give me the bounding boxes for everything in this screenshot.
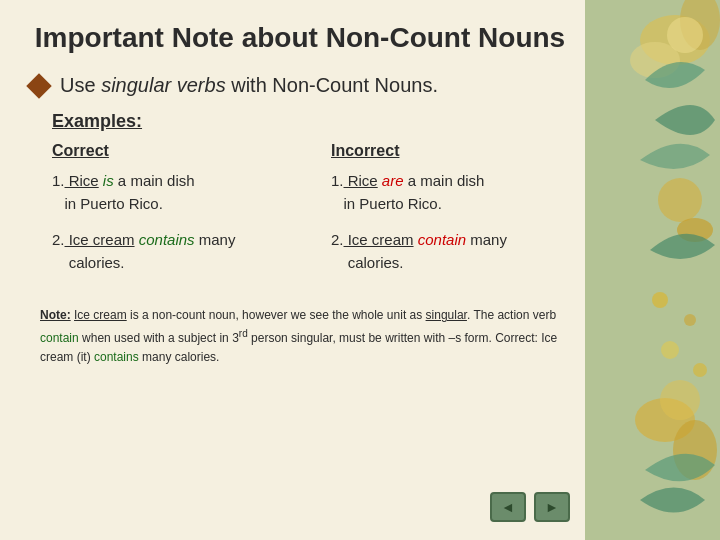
verb-contain: contain: [414, 231, 467, 248]
incorrect-header: Incorrect: [331, 142, 570, 160]
slide: Important Note about Non-Count Nouns Use…: [0, 0, 720, 540]
note-label: Note:: [40, 308, 71, 322]
subject-rice-2: Rice: [344, 172, 378, 189]
subject-icecream-1: Ice cream: [65, 231, 135, 248]
correct-item-2: 2. Ice cream contains many calories.: [52, 229, 291, 274]
svg-point-6: [658, 178, 702, 222]
item-number-inc-2: 2.: [331, 231, 344, 248]
note-section: Note: Ice cream is a non-count noun, how…: [40, 306, 570, 367]
subject-rice-1: Rice: [65, 172, 99, 189]
subject-icecream-2: Ice cream: [344, 231, 414, 248]
svg-point-12: [684, 314, 696, 326]
correct-header: Correct: [52, 142, 291, 160]
item-number: 1.: [52, 172, 65, 189]
bullet-icon: [26, 73, 51, 98]
verb-are: are: [378, 172, 404, 189]
examples-header: Examples:: [52, 111, 570, 132]
rule-singular: singular verbs: [101, 74, 226, 96]
note-text-icecream: Ice cream is a non-count noun, however w…: [40, 308, 557, 363]
svg-point-10: [660, 380, 700, 420]
correct-item-1: 1. Rice is a main dish in Puerto Rico.: [52, 170, 291, 215]
svg-point-14: [693, 363, 707, 377]
incorrect-item-2: 2. Ice cream contain many calories.: [331, 229, 570, 274]
verb-contains: contains: [135, 231, 195, 248]
next-button[interactable]: ►: [534, 492, 570, 522]
nav-buttons: ◄ ►: [490, 492, 570, 522]
slide-title: Important Note about Non-Count Nouns: [30, 20, 570, 56]
correct-column: Correct 1. Rice is a main dish in Puerto…: [52, 142, 291, 288]
item-number-2: 2.: [52, 231, 65, 248]
rule-suffix: with Non-Count Nouns.: [226, 74, 438, 96]
rule-text: Use singular verbs with Non-Count Nouns.: [60, 74, 438, 97]
svg-point-5: [667, 17, 703, 53]
slide-content: Important Note about Non-Count Nouns Use…: [0, 0, 600, 382]
decorative-background: [585, 0, 720, 540]
incorrect-item-1: 1. Rice are a main dish in Puerto Rico.: [331, 170, 570, 215]
svg-point-11: [652, 292, 668, 308]
prev-button[interactable]: ◄: [490, 492, 526, 522]
rule-prefix: Use: [60, 74, 101, 96]
svg-point-13: [661, 341, 679, 359]
verb-is: is: [99, 172, 114, 189]
examples-columns: Correct 1. Rice is a main dish in Puerto…: [52, 142, 570, 288]
incorrect-column: Incorrect 1. Rice are a main dish in Pue…: [331, 142, 570, 288]
item-number-inc-1: 1.: [331, 172, 344, 189]
main-rule: Use singular verbs with Non-Count Nouns.: [30, 74, 570, 97]
